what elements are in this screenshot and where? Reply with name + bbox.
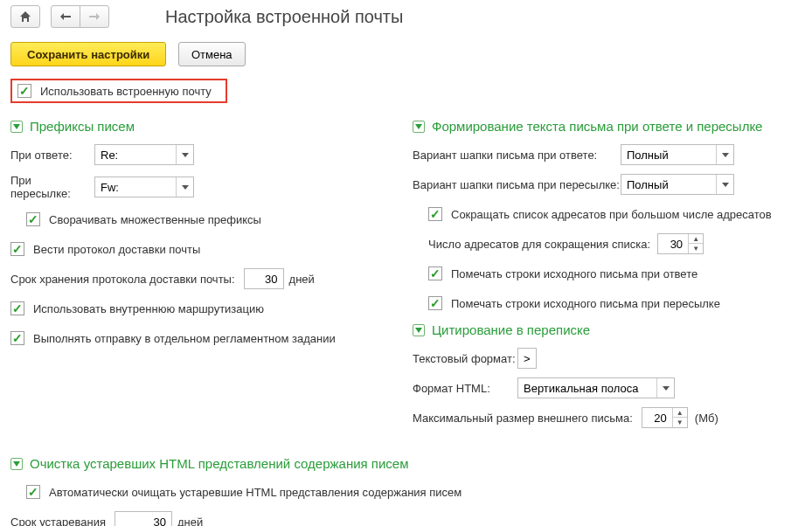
header-reply-combo[interactable]: [621, 144, 734, 165]
mark-forward-lines-label: Помечать строки исходного письма при пер…: [451, 297, 720, 310]
back-button[interactable]: [51, 5, 80, 28]
save-button[interactable]: Сохранить настройки: [10, 42, 166, 66]
chevron-down-icon: [182, 185, 189, 190]
use-builtin-mail-checkbox[interactable]: [17, 84, 31, 98]
spinner-up[interactable]: ▲: [689, 234, 703, 244]
header-forward-dropdown[interactable]: [716, 175, 733, 194]
retention-field[interactable]: [244, 268, 284, 289]
age-unit: дней: [177, 516, 203, 527]
spinner-down[interactable]: ▼: [689, 244, 703, 253]
collapse-toggle[interactable]: [413, 121, 425, 133]
header-reply-label: Вариант шапки письма при ответе:: [413, 149, 621, 162]
cancel-button[interactable]: Отмена: [178, 42, 246, 66]
internal-routing-label: Использовать внутреннюю маршрутизацию: [33, 302, 264, 315]
header-forward-combo[interactable]: [621, 174, 734, 195]
maxsize-spinner[interactable]: ▲ ▼: [642, 407, 688, 428]
chevron-down-icon: [13, 461, 20, 467]
section-prefixes: Префиксы писем: [10, 119, 413, 134]
separate-job-label: Выполнять отправку в отдельном регламент…: [33, 332, 336, 345]
spinner-down[interactable]: ▼: [673, 418, 687, 427]
auto-cleanup-checkbox[interactable]: [26, 485, 40, 499]
collapse-toggle[interactable]: [10, 458, 23, 470]
header-forward-input[interactable]: [621, 175, 716, 194]
home-button[interactable]: [10, 5, 40, 28]
arrow-left-icon: [60, 12, 71, 21]
recipients-count-label: Число адресатов для сокращения списка:: [428, 238, 650, 251]
retention-unit: дней: [289, 273, 315, 286]
reply-prefix-dropdown[interactable]: [176, 145, 193, 164]
forward-prefix-dropdown[interactable]: [176, 177, 193, 197]
chevron-down-icon: [663, 386, 670, 391]
forward-prefix-input[interactable]: [95, 177, 176, 197]
age-field[interactable]: [115, 511, 172, 526]
maxsize-label: Максимальный размер внешнего письма:: [413, 412, 633, 425]
collapse-prefixes-label: Сворачивать множественные префиксы: [49, 213, 261, 226]
mark-reply-lines-checkbox[interactable]: [428, 266, 442, 280]
chevron-down-icon: [722, 183, 729, 187]
separate-job-checkbox[interactable]: [10, 331, 24, 345]
section-cleanup: Очистка устаревших HTML представлений со…: [10, 456, 802, 471]
header-reply-input[interactable]: [621, 145, 716, 164]
chevron-down-icon: [722, 153, 729, 157]
chevron-down-icon: [415, 124, 422, 129]
reply-prefix-label: При ответе:: [10, 149, 94, 162]
age-input[interactable]: [115, 516, 171, 527]
maxsize-input[interactable]: [642, 408, 672, 427]
chevron-down-icon: [182, 153, 189, 157]
html-format-dropdown[interactable]: [656, 378, 674, 398]
mark-forward-lines-checkbox[interactable]: [428, 296, 442, 310]
section-reply: Формирование текста письма при ответе и …: [413, 119, 802, 134]
text-format-field[interactable]: [517, 348, 537, 369]
section-quote: Цитирование в переписке: [413, 322, 802, 337]
collapse-toggle[interactable]: [10, 121, 23, 133]
home-icon: [19, 10, 31, 23]
reply-prefix-input[interactable]: [95, 145, 176, 164]
header-reply-dropdown[interactable]: [716, 145, 733, 164]
internal-routing-checkbox[interactable]: [10, 301, 24, 315]
spinner-up[interactable]: ▲: [673, 408, 687, 418]
chevron-down-icon: [415, 328, 422, 333]
shorten-recipients-label: Сокращать список адресатов при большом ч…: [451, 208, 772, 221]
collapse-prefixes-checkbox[interactable]: [26, 212, 40, 226]
recipients-count-spinner[interactable]: ▲ ▼: [657, 233, 704, 254]
use-builtin-mail-label: Использовать встроенную почту: [40, 85, 212, 98]
page-title: Настройка встроенной почты: [165, 7, 403, 27]
retention-input[interactable]: [245, 273, 283, 286]
html-format-input[interactable]: [518, 378, 656, 398]
arrow-right-icon: [89, 12, 100, 21]
html-format-combo[interactable]: [517, 377, 675, 398]
age-label: Срок устаревания: [10, 516, 106, 527]
auto-cleanup-label: Автоматически очищать устаревшие HTML пр…: [49, 486, 462, 499]
delivery-protocol-label: Вести протокол доставки почты: [33, 243, 200, 256]
use-builtin-mail-row: Использовать встроенную почту: [10, 79, 227, 103]
maxsize-unit: (Мб): [695, 412, 718, 425]
shorten-recipients-checkbox[interactable]: [428, 207, 442, 221]
chevron-down-icon: [13, 124, 20, 129]
collapse-toggle[interactable]: [413, 324, 425, 336]
text-format-label: Текстовый формат:: [413, 352, 517, 365]
forward-prefix-combo[interactable]: [94, 176, 194, 197]
reply-prefix-combo[interactable]: [94, 144, 194, 165]
header-forward-label: Вариант шапки письма при пересылке:: [413, 178, 621, 191]
html-format-label: Формат HTML:: [413, 382, 517, 395]
retention-label: Срок хранения протокола доставки почты:: [10, 273, 235, 286]
forward-button[interactable]: [80, 5, 109, 28]
delivery-protocol-checkbox[interactable]: [10, 242, 24, 256]
forward-prefix-label: При пересылке:: [10, 174, 94, 200]
text-format-input[interactable]: [518, 352, 536, 365]
mark-reply-lines-label: Помечать строки исходного письма при отв…: [451, 267, 697, 280]
recipients-count-input[interactable]: [658, 234, 688, 253]
